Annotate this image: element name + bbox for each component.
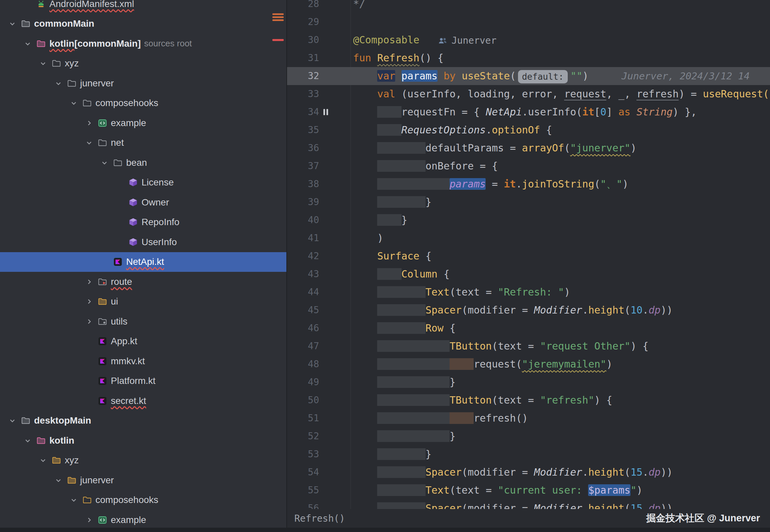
line-number[interactable]: 32 [287,67,319,85]
tree-item-netapi-kt[interactable]: NetApi.kt [0,252,286,272]
code-line-43[interactable]: 43 Column { [287,265,770,283]
code-text[interactable]: Spacer(modifier = Modifier.height(10.dp)… [353,301,770,319]
code-line-39[interactable]: 39 } [287,193,770,211]
code-text[interactable]: } [353,373,770,391]
tree-item-platform-kt[interactable]: Platform.kt [0,371,286,391]
line-number[interactable]: 40 [287,211,319,229]
tree-item-owner[interactable]: Owner [0,192,286,212]
code-line-46[interactable]: 46 Row { [287,319,770,337]
tree-item-junerver[interactable]: junerver [0,470,286,490]
code-text[interactable]: Row { [353,319,770,337]
tree-item-androidmanifest-xml[interactable]: AndroidManifest.xml [0,0,286,14]
tree-item-desktopmain[interactable]: desktopMain [0,411,286,431]
line-number[interactable]: 44 [287,283,319,301]
chevron-right-icon[interactable] [81,118,97,128]
code-line-42[interactable]: 42 Surface { [287,247,770,265]
tree-item-kotlin[interactable]: kotlin [commonMain]sources root [0,34,286,54]
code-text[interactable]: Spacer(modifier = Modifier.height(15.dp)… [353,463,770,481]
tree-item-secret-kt[interactable]: secret.kt [0,391,286,411]
line-number[interactable]: 39 [287,193,319,211]
chevron-down-icon[interactable] [4,416,21,425]
chevron-down-icon[interactable] [50,79,67,88]
code-text[interactable]: @ComposableJunerver [353,31,770,49]
line-number[interactable]: 41 [287,229,319,247]
line-number[interactable]: 33 [287,85,319,103]
line-number[interactable]: 35 [287,121,319,139]
code-line-35[interactable]: 35 RequestOptions.optionOf { [287,121,770,139]
line-number[interactable]: 50 [287,391,319,409]
line-number[interactable]: 54 [287,463,319,481]
tree-item-composehooks[interactable]: composehooks [0,490,286,510]
code-text[interactable]: TButton(text = "refresh") { [353,391,770,409]
chevron-right-icon[interactable] [81,277,97,287]
tree-item-app-kt[interactable]: App.kt [0,332,286,352]
tree-item-example[interactable]: example [0,113,286,133]
code-text[interactable]: */ [353,0,770,13]
chevron-down-icon[interactable] [65,495,82,505]
tree-item-repoinfo[interactable]: RepoInfo [0,212,286,232]
code-line-30[interactable]: 30@ComposableJunerver [287,31,770,49]
code-line-41[interactable]: 41 ) [287,229,770,247]
line-number[interactable]: 31 [287,49,319,67]
tree-item-example[interactable]: example [0,510,286,530]
line-number[interactable]: 29 [287,13,319,31]
line-number[interactable]: 46 [287,319,319,337]
chevron-down-icon[interactable] [4,19,21,28]
tree-item-license[interactable]: License [0,173,286,193]
code-line-47[interactable]: 47 TButton(text = "request Other") { [287,337,770,355]
tree-item-bean[interactable]: bean [0,153,286,173]
code-line-36[interactable]: 36 defaultParams = arrayOf("junerver") [287,139,770,157]
code-text[interactable]: onBefore = { [353,157,770,175]
code-line-53[interactable]: 53 } [287,445,770,463]
code-text[interactable]: requestFn = { NetApi.userInfo(it[0] as S… [353,103,770,121]
line-number[interactable]: 43 [287,265,319,283]
code-text[interactable]: Text(text = "current user: $params") [353,481,770,499]
line-number[interactable]: 49 [287,373,319,391]
code-text[interactable]: } [353,427,770,445]
code-line-49[interactable]: 49 } [287,373,770,391]
code-text[interactable]: } [353,445,770,463]
code-line-29[interactable]: 29 [287,13,770,31]
code-line-31[interactable]: 31fun Refresh() { [287,49,770,67]
tree-item-net[interactable]: net [0,133,286,153]
code-line-44[interactable]: 44 Text(text = "Refresh: ") [287,283,770,301]
line-number[interactable]: 45 [287,301,319,319]
code-text[interactable]: Surface { [353,247,770,265]
chevron-right-icon[interactable] [81,317,97,326]
code-text[interactable]: refresh() [353,409,770,427]
code-text[interactable]: RequestOptions.optionOf { [353,121,770,139]
chevron-down-icon[interactable] [35,456,51,465]
code-line-48[interactable]: 48 request("jeremymailen") [287,355,770,373]
code-text[interactable]: val (userInfo, loading, error, request, … [353,85,770,103]
line-number[interactable]: 28 [287,0,319,13]
project-tree-panel[interactable]: AndroidManifest.xmlcommonMainkotlin [com… [0,0,286,532]
code-line-50[interactable]: 50 TButton(text = "refresh") { [287,391,770,409]
chevron-down-icon[interactable] [65,98,82,108]
line-number[interactable]: 36 [287,139,319,157]
chevron-down-icon[interactable] [81,138,97,147]
code-line-54[interactable]: 54 Spacer(modifier = Modifier.height(15.… [287,463,770,481]
code-authors-hint[interactable]: Junerver [438,32,497,49]
tree-item-mmkv-kt[interactable]: mmkv.kt [0,351,286,371]
code-line-51[interactable]: 51 refresh() [287,409,770,427]
chevron-down-icon[interactable] [96,158,113,167]
line-number[interactable]: 47 [287,337,319,355]
line-number[interactable]: 52 [287,427,319,445]
code-text[interactable]: } [353,193,770,211]
tree-item-xyz[interactable]: xyz [0,54,286,74]
chevron-down-icon[interactable] [19,436,36,445]
chevron-down-icon[interactable] [19,39,36,48]
code-text[interactable]: Text(text = "Refresh: ") [353,283,770,301]
code-area[interactable]: 28*/2930@ComposableJunerver31fun Refresh… [287,0,770,517]
code-text[interactable]: params = it.joinToString("、") [353,175,770,193]
code-text[interactable]: ) [353,229,770,247]
line-number[interactable]: 51 [287,409,319,427]
tree-item-junerver[interactable]: junerver [0,73,286,93]
code-text[interactable]: } [353,211,770,229]
line-number[interactable]: 48 [287,355,319,373]
line-number[interactable]: 34 [287,103,319,121]
code-text[interactable]: TButton(text = "request Other") { [353,337,770,355]
code-text[interactable] [353,13,770,31]
tree-item-kotlin[interactable]: kotlin [0,431,286,451]
chevron-down-icon[interactable] [50,476,67,485]
